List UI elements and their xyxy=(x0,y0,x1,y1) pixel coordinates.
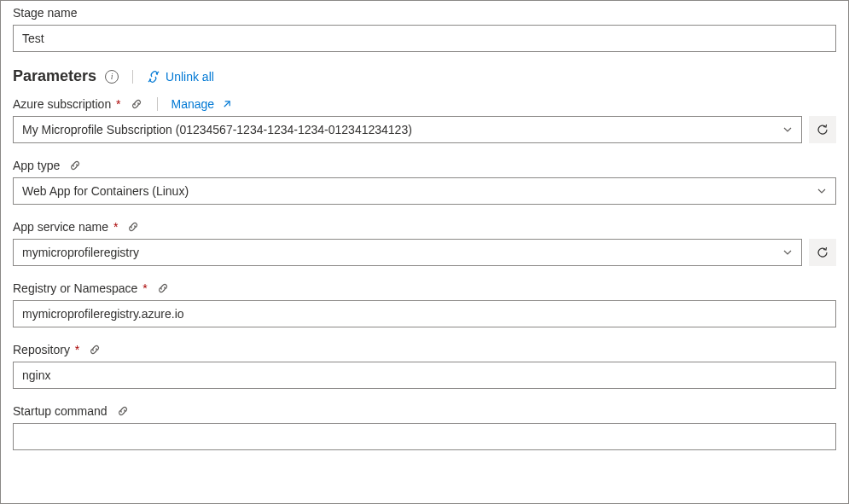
link-icon[interactable] xyxy=(68,159,82,172)
link-icon[interactable] xyxy=(130,97,143,111)
startup-command-label: Startup command xyxy=(13,404,108,418)
app-service-name-refresh-button[interactable] xyxy=(809,239,836,266)
refresh-icon xyxy=(816,246,829,259)
unlink-all-label: Unlink all xyxy=(166,70,214,84)
link-icon[interactable] xyxy=(88,343,102,356)
chevron-down-icon xyxy=(782,247,793,258)
azure-subscription-refresh-button[interactable] xyxy=(809,116,836,143)
azure-subscription-value: My Microprofile Subscription (01234567-1… xyxy=(22,123,412,136)
external-link-icon xyxy=(222,100,231,109)
repository-field: Repository * xyxy=(13,343,836,389)
parameters-title: Parameters xyxy=(13,67,96,85)
startup-command-field: Startup command xyxy=(13,404,836,450)
parameters-header: Parameters i Unlink all xyxy=(13,67,836,85)
azure-subscription-select[interactable]: My Microprofile Subscription (01234567-1… xyxy=(13,116,802,143)
divider xyxy=(132,70,133,84)
app-type-field: App type Web App for Containers (Linux) xyxy=(13,159,836,205)
azure-subscription-field: Azure subscription * Manage My Microprof… xyxy=(13,97,836,143)
stage-name-label: Stage name xyxy=(13,6,836,20)
stage-name-input[interactable] xyxy=(13,25,836,52)
startup-command-input[interactable] xyxy=(13,423,836,450)
manage-label: Manage xyxy=(172,97,215,111)
link-icon[interactable] xyxy=(116,404,130,418)
link-icon[interactable] xyxy=(156,281,170,295)
registry-namespace-input[interactable] xyxy=(13,300,836,327)
app-service-name-value: mymicroprofileregistry xyxy=(22,246,139,259)
app-service-name-label: App service name * xyxy=(13,220,118,234)
app-type-select[interactable]: Web App for Containers (Linux) xyxy=(13,177,836,205)
app-type-label: App type xyxy=(13,159,60,172)
app-type-value: Web App for Containers (Linux) xyxy=(22,184,189,198)
manage-link[interactable]: Manage xyxy=(172,97,232,111)
info-icon[interactable]: i xyxy=(105,70,119,84)
unlink-all-link[interactable]: Unlink all xyxy=(147,70,214,84)
repository-label: Repository * xyxy=(13,343,79,356)
chevron-down-icon xyxy=(782,125,793,135)
unlink-icon xyxy=(147,70,160,84)
app-service-name-select[interactable]: mymicroprofileregistry xyxy=(13,239,802,266)
registry-namespace-field: Registry or Namespace * xyxy=(13,281,836,327)
azure-subscription-label: Azure subscription * xyxy=(13,97,121,111)
divider xyxy=(157,97,158,111)
refresh-icon xyxy=(816,123,829,136)
app-service-name-field: App service name * mymicroprofileregistr… xyxy=(13,220,836,266)
registry-namespace-label: Registry or Namespace * xyxy=(13,281,148,295)
repository-input[interactable] xyxy=(13,362,836,389)
link-icon[interactable] xyxy=(126,220,140,234)
chevron-down-icon xyxy=(817,186,827,196)
stage-name-field: Stage name xyxy=(13,6,836,52)
